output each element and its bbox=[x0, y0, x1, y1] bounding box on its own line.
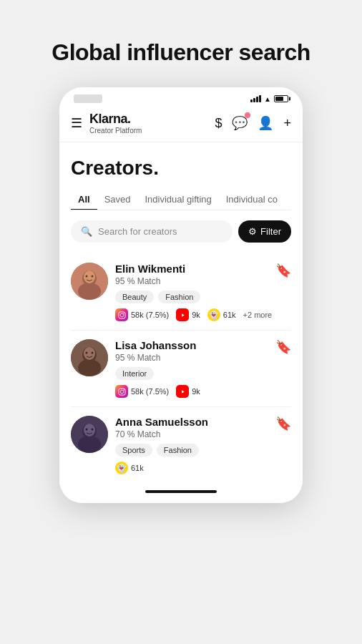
snapchat-icon-elin: 👻 bbox=[207, 308, 220, 321]
tabs-bar: All Saved Individual gifting Individual … bbox=[71, 190, 291, 210]
creator-tags-lisa: Interior bbox=[115, 367, 291, 380]
bookmark-anna[interactable]: 🔖 bbox=[275, 416, 291, 431]
tag-beauty: Beauty bbox=[115, 291, 154, 303]
signal-bar-3 bbox=[256, 97, 258, 102]
svg-point-3 bbox=[84, 270, 95, 283]
tag-fashion-elin: Fashion bbox=[158, 291, 200, 303]
tab-saved[interactable]: Saved bbox=[97, 190, 138, 210]
svg-marker-19 bbox=[182, 390, 185, 394]
add-icon[interactable]: + bbox=[283, 116, 291, 131]
bookmark-elin[interactable]: 🔖 bbox=[275, 263, 291, 278]
brand-subtitle: Creator Platform bbox=[89, 127, 215, 135]
youtube-icon-elin bbox=[176, 308, 189, 321]
nav-icons: $ 💬 👤 + bbox=[215, 115, 291, 131]
content-area: Creators. All Saved Individual gifting I… bbox=[59, 142, 303, 483]
stat-ig-lisa: 58k (7.5%) bbox=[115, 385, 169, 398]
more-badge-elin: +2 more bbox=[243, 311, 273, 319]
svg-point-4 bbox=[86, 275, 88, 278]
instagram-icon-elin bbox=[115, 308, 128, 321]
creator-card-lisa: Lisa Johansson 95 % Match Interior 58k (… bbox=[71, 331, 291, 407]
svg-point-25 bbox=[92, 429, 94, 431]
creator-card-elin: Elin Wikmenti 95 % Match Beauty Fashion … bbox=[71, 254, 291, 331]
svg-rect-6 bbox=[118, 311, 124, 318]
creator-name-elin: Elin Wikmenti bbox=[115, 263, 291, 275]
battery-fill bbox=[275, 97, 283, 101]
creator-info-lisa: Lisa Johansson 95 % Match Interior 58k (… bbox=[115, 339, 291, 398]
ig-count-lisa: 58k (7.5%) bbox=[131, 387, 169, 396]
social-stats-elin: 58k (7.5%) 9k 👻 61k +2 more bbox=[115, 308, 291, 321]
search-box[interactable]: 🔍 Search for creators bbox=[71, 220, 233, 243]
creator-match-anna: 70 % Match bbox=[115, 429, 291, 439]
snap-count-anna: 61k bbox=[131, 464, 144, 472]
tag-fashion-anna: Fashion bbox=[157, 444, 199, 457]
creator-match-lisa: 95 % Match bbox=[115, 353, 291, 363]
tab-individual-gifting[interactable]: Individual gifting bbox=[138, 190, 219, 210]
ig-count-elin: 58k (7.5%) bbox=[131, 311, 169, 319]
social-stats-lisa: 58k (7.5%) 9k bbox=[115, 385, 291, 398]
tab-all[interactable]: All bbox=[71, 190, 97, 210]
phone-shell: ▲ ☰ Klarna. Creator Platform $ 💬 👤 + Cre… bbox=[59, 87, 303, 503]
svg-marker-9 bbox=[182, 313, 185, 317]
stat-ig-elin: 58k (7.5%) bbox=[115, 308, 169, 321]
stat-snap-elin: 👻 61k bbox=[207, 308, 236, 321]
snapchat-icon-anna: 👻 bbox=[115, 462, 128, 474]
status-icons: ▲ bbox=[250, 95, 288, 103]
account-icon[interactable]: 👤 bbox=[258, 115, 273, 131]
svg-point-17 bbox=[120, 390, 124, 394]
creator-info-elin: Elin Wikmenti 95 % Match Beauty Fashion … bbox=[115, 263, 291, 321]
svg-point-13 bbox=[84, 347, 95, 360]
creator-name-lisa: Lisa Johansson bbox=[115, 339, 291, 351]
bookmark-lisa[interactable]: 🔖 bbox=[275, 339, 291, 355]
message-icon[interactable]: 💬 bbox=[232, 115, 248, 131]
svg-point-7 bbox=[120, 313, 124, 317]
search-row: 🔍 Search for creators ⚙ Filter bbox=[71, 220, 291, 243]
avatar-elin bbox=[71, 263, 108, 300]
social-stats-anna: 👻 61k bbox=[115, 462, 291, 474]
creator-name-anna: Anna Samuelsson bbox=[115, 416, 291, 428]
youtube-icon-lisa bbox=[176, 385, 189, 398]
signal-bars bbox=[250, 95, 261, 102]
snap-count-elin: 61k bbox=[223, 311, 236, 319]
svg-point-24 bbox=[86, 429, 88, 431]
signal-bar-2 bbox=[253, 98, 255, 102]
search-icon: 🔍 bbox=[81, 226, 92, 237]
home-indicator bbox=[59, 483, 303, 503]
signal-bar-1 bbox=[250, 99, 253, 102]
search-placeholder-text: Search for creators bbox=[98, 226, 177, 237]
svg-point-23 bbox=[84, 424, 95, 436]
svg-point-22 bbox=[78, 436, 101, 453]
home-bar bbox=[145, 490, 217, 493]
svg-point-14 bbox=[86, 352, 88, 354]
svg-point-2 bbox=[78, 283, 101, 300]
svg-point-15 bbox=[92, 352, 94, 354]
creator-tags-elin: Beauty Fashion bbox=[115, 291, 291, 303]
svg-point-5 bbox=[92, 275, 94, 278]
instagram-icon-lisa bbox=[115, 385, 128, 398]
brand-name: Klarna. bbox=[89, 112, 215, 127]
wifi-icon: ▲ bbox=[264, 95, 271, 103]
tab-individual-co[interactable]: Individual co bbox=[219, 190, 285, 210]
creator-card-anna: Anna Samuelsson 70 % Match Sports Fashio… bbox=[71, 407, 291, 483]
yt-count-lisa: 9k bbox=[192, 387, 200, 396]
nav-bar: ☰ Klarna. Creator Platform $ 💬 👤 + bbox=[59, 106, 303, 142]
tag-sports: Sports bbox=[115, 444, 152, 457]
svg-point-8 bbox=[123, 313, 124, 313]
battery-icon bbox=[274, 95, 288, 102]
filter-icon: ⚙ bbox=[248, 226, 257, 237]
page-title: Global influencer search bbox=[52, 39, 310, 66]
avatar-anna bbox=[71, 416, 108, 453]
svg-rect-16 bbox=[118, 388, 124, 394]
creator-tags-anna: Sports Fashion bbox=[115, 444, 291, 457]
tag-interior: Interior bbox=[115, 367, 154, 380]
message-badge bbox=[245, 112, 250, 118]
status-bar: ▲ bbox=[59, 87, 303, 106]
hamburger-icon[interactable]: ☰ bbox=[71, 115, 82, 131]
status-time bbox=[74, 94, 102, 103]
stat-snap-anna: 👻 61k bbox=[115, 462, 144, 474]
stat-yt-lisa: 9k bbox=[176, 385, 200, 398]
filter-button[interactable]: ⚙ Filter bbox=[238, 220, 291, 243]
yt-count-elin: 9k bbox=[192, 311, 200, 319]
stat-yt-elin: 9k bbox=[176, 308, 200, 321]
dollar-icon[interactable]: $ bbox=[215, 116, 222, 131]
filter-label: Filter bbox=[260, 226, 281, 237]
